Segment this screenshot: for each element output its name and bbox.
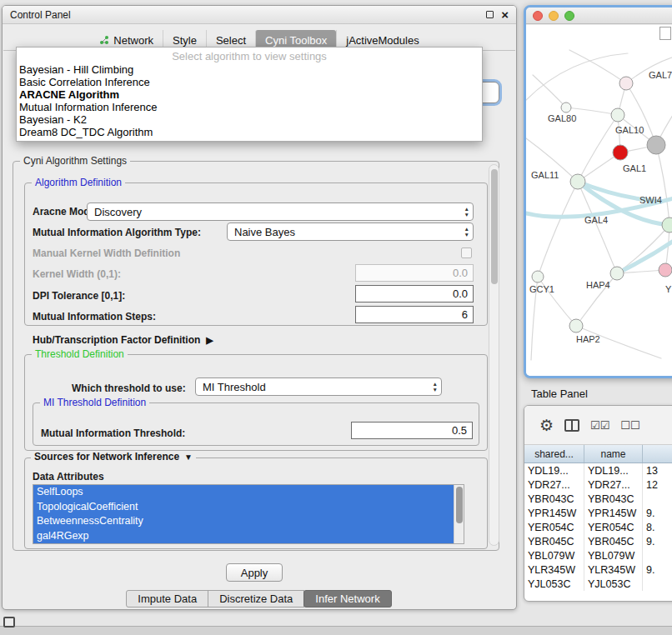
data-attribute-item-selected[interactable]: SelfLoops [33, 485, 464, 500]
which-threshold-select[interactable]: MI Threshold ▲▼ [195, 378, 442, 396]
table-cell[interactable]: YJL053C [524, 577, 584, 591]
network-node[interactable] [662, 218, 672, 232]
network-edge[interactable] [538, 182, 578, 277]
data-attribute-list[interactable]: SelfLoopsTopologicalCoefficientBetweenne… [33, 484, 464, 544]
table-cell[interactable]: YLR345W [584, 562, 643, 577]
sources-section-header[interactable]: Sources for Network Inference ▼ [31, 451, 196, 462]
table-cell[interactable]: YDR27... [524, 478, 584, 492]
network-edge[interactable] [578, 115, 618, 182]
table-cell[interactable]: 12 [643, 478, 672, 492]
gear-icon[interactable]: ⚙ [539, 416, 554, 435]
table-row[interactable]: YDL19...YDL19...13 [524, 463, 672, 478]
network-graph[interactable]: GAL7GAL80GAL10GAL11GAL1SWI4GAL4GCY1HAP4H… [526, 25, 672, 378]
network-edge[interactable] [656, 145, 669, 225]
close-traffic-light[interactable] [533, 11, 543, 21]
hub-transcription-factor-section[interactable]: Hub/Transcription Factor Definition ▶ [33, 334, 213, 346]
data-attribute-item-selected[interactable]: BetweennessCentrality [33, 514, 464, 529]
network-node[interactable] [611, 108, 624, 122]
algorithm-option[interactable]: Basic Correlation Inference [17, 76, 482, 88]
table-cell[interactable]: YPR145W [524, 506, 584, 520]
table-row[interactable]: YBL079WYBL079W [524, 548, 672, 562]
table-cell[interactable]: YDL19... [584, 463, 643, 478]
table-row[interactable]: YER054CYER054C8. [524, 520, 672, 534]
table-cell[interactable]: 9. [643, 562, 672, 577]
table-cell[interactable]: 8. [643, 520, 672, 534]
scrollbar-thumb[interactable] [456, 487, 463, 523]
table-row[interactable]: YBR043CYBR043C [524, 492, 672, 506]
algorithm-option[interactable]: Bayesian - Hill Climbing [17, 63, 482, 76]
control-panel-titlebar[interactable]: Control Panel × [3, 6, 516, 24]
table-cell[interactable]: YDR27... [584, 478, 643, 492]
table-cell[interactable] [643, 577, 672, 591]
network-window-titlebar[interactable] [526, 8, 672, 24]
algorithm-option[interactable]: Mutual Information Inference [17, 101, 482, 113]
column-header-shared-name[interactable]: shared... [524, 445, 584, 462]
aracne-mode-select[interactable]: Discovery ▲▼ [87, 202, 474, 221]
data-attribute-item-selected[interactable]: gal4RGexp [33, 529, 464, 544]
tab-impute-data[interactable]: Impute Data [126, 590, 208, 608]
table-cell[interactable]: YBR043C [524, 492, 584, 506]
network-node[interactable] [619, 77, 633, 90]
table-row[interactable]: YLR345WYLR345W9. [524, 562, 672, 577]
tab-infer-network[interactable]: Infer Network [303, 590, 391, 608]
network-canvas[interactable]: GAL7GAL80GAL10GAL11GAL1SWI4GAL4GCY1HAP4H… [526, 25, 672, 376]
settings-scrollbar[interactable] [489, 164, 499, 546]
network-scroll-corner[interactable] [659, 27, 671, 40]
table-cell[interactable]: YBR045C [584, 534, 643, 548]
table-row[interactable]: YDR27...YDR27...12 [524, 478, 672, 492]
attribute-list-scrollbar[interactable] [454, 485, 464, 543]
zoom-traffic-light[interactable] [564, 11, 574, 21]
tab-discretize-data[interactable]: Discretize Data [208, 590, 304, 608]
network-node[interactable] [570, 174, 585, 189]
minimized-panel-icon[interactable] [3, 617, 15, 628]
close-icon[interactable]: × [501, 10, 509, 20]
data-attribute-item-selected[interactable]: TopologicalCoefficient [33, 500, 464, 515]
network-edge[interactable] [569, 50, 626, 83]
float-window-icon[interactable] [486, 11, 494, 18]
table-cell[interactable]: YLR345W [524, 562, 584, 577]
table-cell[interactable]: 13 [643, 463, 672, 478]
network-node[interactable] [532, 271, 544, 282]
mi-steps-input[interactable]: 6 [355, 306, 474, 323]
table-cell[interactable]: YPR145W [584, 506, 643, 520]
algorithm-option[interactable]: Bayesian - K2 [17, 113, 482, 126]
table-row[interactable]: YJL053CYJL053C [524, 577, 672, 591]
network-edge[interactable] [533, 75, 566, 108]
table-cell[interactable]: YBR045C [524, 534, 584, 548]
algorithm-option[interactable]: Dream8 DC_TDC Algorithm [17, 126, 482, 138]
table-cell[interactable]: YDL19... [524, 463, 584, 478]
table-cell[interactable] [643, 548, 672, 562]
network-node[interactable] [613, 145, 628, 160]
algorithm-option-selected[interactable]: ARACNE Algorithm [17, 88, 482, 101]
network-node[interactable] [647, 136, 665, 154]
network-edge[interactable] [626, 83, 656, 145]
table-cell[interactable]: YBR043C [584, 492, 643, 506]
table-row[interactable]: YBR045CYBR045C9. [524, 534, 672, 548]
minimize-traffic-light[interactable] [549, 11, 559, 21]
table-cell[interactable]: YBL079W [524, 548, 584, 562]
apply-button[interactable]: Apply [226, 563, 283, 582]
table-cell[interactable]: 9. [643, 506, 672, 520]
network-node[interactable] [569, 319, 583, 332]
scrollbar-thumb[interactable] [491, 169, 498, 284]
mi-threshold-input[interactable]: 0.5 [351, 422, 473, 439]
columns-icon[interactable] [564, 419, 579, 432]
deselect-all-icon[interactable]: ☐☐ [620, 419, 639, 432]
table-cell[interactable]: YBL079W [584, 548, 643, 562]
manual-kernel-width-checkbox[interactable] [461, 248, 472, 258]
table-cell[interactable] [643, 492, 672, 506]
select-all-icon[interactable]: ☑☑ [590, 419, 609, 432]
table-cell[interactable]: YJL053C [584, 577, 643, 591]
column-header-clipped[interactable] [643, 445, 672, 462]
table-cell[interactable]: YER054C [524, 520, 584, 534]
table-row[interactable]: YPR145WYPR145W9. [524, 506, 672, 520]
table-cell[interactable]: YER054C [584, 520, 643, 534]
chevron-down-icon[interactable]: ▼ [184, 452, 193, 462]
network-node[interactable] [610, 267, 624, 280]
network-node[interactable] [561, 102, 571, 112]
network-edge[interactable] [526, 53, 628, 100]
mi-algorithm-type-select[interactable]: Naive Bayes ▲▼ [227, 222, 474, 241]
table-cell[interactable]: 9. [643, 534, 672, 548]
column-header-name[interactable]: name [584, 445, 643, 462]
chevron-right-icon[interactable]: ▶ [206, 335, 213, 346]
